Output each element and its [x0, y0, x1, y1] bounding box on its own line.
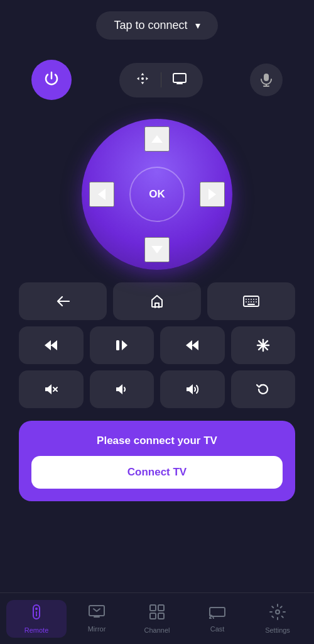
nav-label-mirror: Mirror — [88, 625, 106, 633]
channel-icon — [149, 604, 165, 624]
nav-item-remote[interactable]: Remote — [6, 600, 67, 638]
divider — [161, 72, 161, 87]
play-pause-button[interactable] — [90, 326, 154, 364]
mirror-icon — [89, 605, 105, 623]
nav-item-cast[interactable]: Cast — [187, 601, 247, 636]
nav-label-settings: Settings — [265, 626, 290, 634]
mute-button[interactable] — [19, 370, 84, 408]
nav-label-channel: Channel — [144, 626, 170, 634]
svg-point-35 — [276, 610, 279, 614]
row-1 — [19, 282, 295, 320]
dpad-right-button[interactable] — [200, 182, 225, 207]
banner-message: Please connect your TV — [97, 435, 217, 447]
volume-up-button[interactable] — [160, 370, 225, 408]
dpad-circle: OK — [82, 119, 232, 270]
asterisk-button[interactable] — [231, 326, 296, 364]
connect-label: Tap to connect — [114, 19, 187, 32]
row-3 — [19, 370, 295, 408]
cast-icon — [209, 605, 225, 623]
dpad-down-button[interactable] — [144, 237, 170, 262]
control-buttons — [19, 282, 295, 408]
svg-rect-1 — [173, 74, 186, 82]
svg-rect-17 — [116, 340, 119, 350]
volume-down-button[interactable] — [90, 370, 154, 408]
fast-forward-button[interactable] — [160, 326, 225, 364]
settings-icon — [269, 604, 286, 624]
svg-point-25 — [35, 608, 38, 610]
dpad-ok-label: OK — [149, 188, 165, 201]
refresh-button[interactable] — [231, 370, 296, 408]
nav-item-mirror[interactable]: Mirror — [67, 601, 127, 636]
chevron-down-icon: ▾ — [195, 19, 200, 31]
back-button[interactable] — [19, 282, 107, 320]
svg-rect-2 — [264, 74, 269, 81]
nav-item-channel[interactable]: Channel — [127, 600, 187, 638]
mic-button[interactable] — [250, 64, 283, 96]
connect-dropdown[interactable]: Tap to connect ▾ — [96, 11, 217, 40]
dpad-up-button[interactable] — [144, 126, 170, 152]
row-2 — [19, 326, 295, 364]
nav-label-cast: Cast — [210, 625, 225, 633]
main-content: OK — [0, 47, 314, 592]
svg-point-0 — [141, 77, 144, 80]
svg-point-34 — [209, 618, 210, 619]
connect-tv-button[interactable]: Connect TV — [31, 456, 283, 489]
dpad-left-button[interactable] — [89, 182, 114, 207]
header: Tap to connect ▾ — [0, 0, 314, 47]
rewind-button[interactable] — [19, 326, 84, 364]
power-icon — [43, 70, 60, 90]
dpad: OK — [82, 119, 232, 270]
svg-rect-30 — [158, 605, 164, 611]
nav-label-remote: Remote — [24, 626, 49, 634]
svg-rect-32 — [158, 613, 164, 619]
home-button[interactable] — [113, 282, 201, 320]
svg-rect-31 — [150, 613, 156, 619]
bottom-navigation: Remote Mirror Channel — [0, 592, 314, 644]
power-button[interactable] — [31, 60, 72, 100]
svg-rect-29 — [150, 605, 156, 611]
keyboard-button[interactable] — [207, 282, 295, 320]
nav-item-settings[interactable]: Settings — [247, 600, 308, 638]
top-controls-row — [19, 53, 295, 106]
dpad-move-button[interactable] — [131, 69, 154, 91]
dpad-ok-button[interactable]: OK — [129, 167, 185, 222]
connect-tv-label: Connect TV — [127, 466, 187, 478]
navigation-controls — [119, 63, 203, 97]
remote-icon — [28, 604, 45, 624]
connect-banner: Please connect your TV Connect TV — [19, 421, 295, 501]
svg-rect-33 — [210, 608, 225, 616]
screen-button[interactable] — [168, 70, 192, 90]
